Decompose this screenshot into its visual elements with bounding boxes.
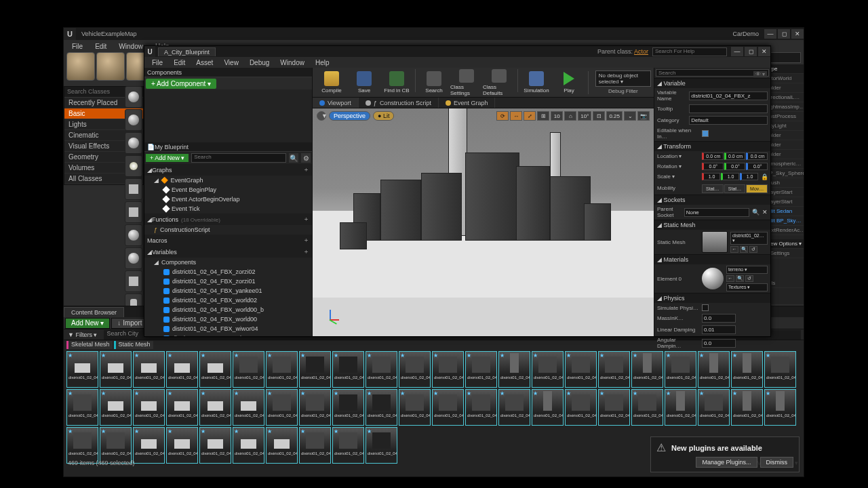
cat-functions[interactable]: ◢Functions(18 Overridable)＋ bbox=[144, 214, 312, 225]
asset-item[interactable]: ★district01_02_04_FBX_ bbox=[199, 427, 231, 464]
cb-filters-button[interactable]: ▼ Filters ▾ bbox=[64, 331, 101, 339]
blueprint-viewport[interactable]: ▼ Perspective ● Lit ⟳↔⤢⊞10⌂10°⊡0.25⌄📷 bbox=[313, 108, 654, 336]
vp-gizmo[interactable]: 0.25 bbox=[606, 111, 623, 121]
scale-x[interactable]: 1.0 bbox=[702, 173, 720, 180]
asset-item[interactable]: ★district01_02_04_FBX_ bbox=[698, 389, 730, 426]
asset-item[interactable]: ★district01_02_04_FBX_strada bbox=[299, 351, 331, 388]
asset-item[interactable]: ★district01_02_04_FBX_ bbox=[532, 389, 564, 426]
material-select[interactable]: terreno ▾ bbox=[726, 266, 768, 274]
asset-item[interactable]: ★district01_02_04_FBX_ bbox=[166, 427, 198, 464]
asset-item[interactable]: ★district01_02_04_FBX_ bbox=[366, 427, 397, 464]
mat-browse-icon[interactable]: 🔍 bbox=[736, 275, 744, 282]
bp-minimize[interactable]: — bbox=[731, 47, 743, 56]
parent-class-link[interactable]: Actor bbox=[634, 48, 648, 55]
vp-gizmo[interactable]: ⟳ bbox=[496, 111, 509, 121]
vp-dropdown[interactable]: ▼ bbox=[317, 111, 326, 121]
asset-item[interactable]: ★district01_02_04_FBX_strada bbox=[498, 351, 530, 388]
place-thumb[interactable] bbox=[125, 155, 142, 177]
play-button[interactable]: Play bbox=[553, 69, 585, 96]
asset-item[interactable]: ★district01_02_04_FBX_ bbox=[133, 389, 165, 426]
asset-item[interactable]: ★district01_02_04_FBX_ bbox=[199, 389, 231, 426]
vp-gizmo[interactable]: ⌄ bbox=[624, 111, 636, 121]
asset-item[interactable]: ★district01_02_04_FBX_ bbox=[100, 427, 132, 464]
mat-reset-icon[interactable]: ↺ bbox=[745, 275, 753, 282]
asset-item[interactable]: ★district01_02_04_FBX_strada bbox=[465, 351, 497, 388]
static-mesh-thumb[interactable] bbox=[702, 231, 728, 253]
bp-menu-help[interactable]: Help bbox=[311, 58, 334, 67]
asset-item[interactable]: ★district01_02_04_FBX_ bbox=[266, 427, 298, 464]
save-button[interactable]: Save bbox=[348, 69, 380, 96]
material-thumb[interactable] bbox=[702, 268, 724, 289]
mobility-movable[interactable]: Mov… bbox=[746, 184, 768, 193]
components-panel-header[interactable]: Components bbox=[144, 68, 312, 77]
scale-lock-icon[interactable]: 🔒 bbox=[761, 174, 768, 180]
cb-import-button[interactable]: ↓ Import bbox=[111, 318, 148, 329]
asset-item[interactable]: ★district01_02_04_FBX_strada bbox=[199, 351, 231, 388]
cat-variables[interactable]: ◢Variables＋ bbox=[144, 246, 312, 258]
bp-tab-title[interactable]: A_City_Blueprint bbox=[158, 47, 216, 56]
asset-item[interactable]: ★district01_02_04_FBX_ bbox=[399, 389, 431, 426]
component-variable[interactable]: district01_02_04_FBX_world00_b bbox=[144, 305, 312, 314]
constructionscript-item[interactable]: ƒConstructionScript bbox=[144, 225, 312, 235]
simulate-physics-checkbox[interactable] bbox=[702, 304, 709, 311]
sec-sockets[interactable]: ◢ Sockets bbox=[654, 195, 770, 205]
mybp-search[interactable]: Search bbox=[191, 153, 286, 163]
parent-socket[interactable]: None bbox=[684, 208, 749, 217]
asset-item[interactable]: ★district01_02_04_FBX_strada bbox=[133, 351, 165, 388]
add-component-button[interactable]: + Add Component ▾ bbox=[146, 79, 216, 89]
socket-clear-icon[interactable]: ✕ bbox=[762, 209, 768, 216]
editable-checkbox[interactable] bbox=[702, 130, 709, 137]
textures-dropdown[interactable]: Textures ▾ bbox=[726, 283, 768, 291]
vp-gizmo[interactable]: ↔ bbox=[510, 111, 522, 121]
mybp-add-button[interactable]: + Add New ▾ bbox=[146, 154, 189, 162]
cat-graphs[interactable]: ◢Graphs＋ bbox=[144, 164, 312, 176]
vp-gizmo[interactable]: ⌂ bbox=[564, 111, 576, 121]
use-selected-icon[interactable]: ← bbox=[730, 246, 738, 253]
bp-menu-view[interactable]: View bbox=[219, 58, 243, 67]
maximize-button[interactable]: ◻ bbox=[778, 29, 790, 39]
asset-item[interactable]: ★district01_02_04_FBX_ bbox=[133, 427, 165, 464]
category-select[interactable]: Default bbox=[689, 116, 768, 125]
asset-item[interactable]: ★district01_02_04_FBX_ bbox=[332, 427, 364, 464]
asset-item[interactable]: ★district01_02_04_FBX_ bbox=[166, 389, 198, 426]
vp-lit[interactable]: ● Lit bbox=[373, 111, 394, 121]
asset-item[interactable]: ★district01_02_04_FBX_ bbox=[233, 389, 264, 426]
asset-item[interactable]: ★district01_02_04_FBX_strada bbox=[233, 351, 264, 388]
asset-item[interactable]: ★district01_02_04_FBX_strada bbox=[332, 351, 364, 388]
asset-item[interactable]: ★district01_02_04_FBX_strada bbox=[731, 351, 763, 388]
loc-x[interactable]: 0.0 cm bbox=[702, 152, 724, 160]
component-variable[interactable]: district01_02_04_FBX_zorzi02 bbox=[144, 267, 312, 277]
bp-maximize[interactable]: ◻ bbox=[745, 47, 757, 56]
place-thumb[interactable] bbox=[125, 86, 142, 108]
vp-gizmo[interactable]: ⊞ bbox=[537, 111, 549, 121]
filter-tag-static[interactable]: Static Mesh bbox=[114, 341, 153, 349]
reset-icon[interactable]: ↺ bbox=[749, 246, 757, 253]
angular-damping-input[interactable] bbox=[702, 339, 736, 348]
variables-components[interactable]: ◢Components bbox=[144, 258, 312, 267]
bp-close[interactable]: ✕ bbox=[758, 47, 770, 56]
asset-item[interactable]: ★district01_02_04_FBX_ bbox=[66, 389, 98, 426]
vp-gizmo[interactable]: 10 bbox=[551, 111, 563, 121]
asset-item[interactable]: ★district01_02_04_FBX_strada bbox=[366, 351, 397, 388]
mybp-find-icon[interactable]: 🔍 bbox=[289, 153, 298, 163]
components-list[interactable] bbox=[144, 89, 312, 142]
bp-menu-file[interactable]: File bbox=[147, 58, 167, 67]
component-variable[interactable]: district01_02_04_FBX_wiwor04 bbox=[144, 324, 312, 333]
component-variable[interactable]: district01_02_04_FBX_wiwor02 bbox=[144, 333, 312, 336]
cb-tab[interactable]: Content Browser bbox=[64, 307, 124, 317]
asset-item[interactable]: ★district01_02_04_FBX_ bbox=[432, 389, 464, 426]
asset-item[interactable]: ★district01_02_04_FBX_ bbox=[100, 389, 132, 426]
close-button[interactable]: ✕ bbox=[791, 29, 804, 39]
place-thumb[interactable] bbox=[125, 247, 142, 269]
asset-item[interactable]: ★district01_02_04_FBX_strada bbox=[598, 351, 630, 388]
asset-item[interactable]: ★district01_02_04_FBX_ bbox=[233, 427, 264, 464]
bp-menu-debug[interactable]: Debug bbox=[245, 58, 274, 67]
asset-item[interactable]: ★district01_02_04_FBX_strada bbox=[399, 351, 431, 388]
component-variable[interactable]: district01_02_04_FBX_yankee01 bbox=[144, 286, 312, 296]
asset-item[interactable]: ★district01_02_04_FBX_strada bbox=[266, 351, 298, 388]
asset-item[interactable]: ★district01_02_04_FBX_strada bbox=[100, 351, 132, 388]
rot-y[interactable]: 0.0° bbox=[724, 163, 746, 170]
asset-item[interactable]: ★district01_02_04_FBX_ bbox=[764, 389, 796, 426]
sec-physics[interactable]: ◢ Physics bbox=[654, 293, 770, 303]
place-thumb[interactable] bbox=[125, 224, 142, 246]
